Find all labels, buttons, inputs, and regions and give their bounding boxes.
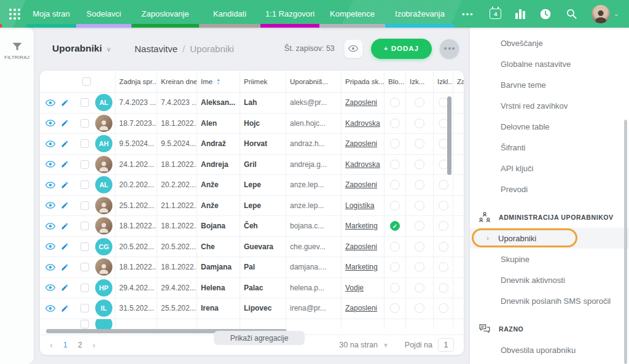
row-checkbox[interactable] (80, 119, 89, 128)
group-link[interactable]: Kadrovska (345, 119, 380, 128)
row-checkbox[interactable] (80, 242, 89, 251)
edit-row-icon[interactable] (61, 140, 69, 148)
row-checkbox[interactable] (80, 139, 89, 148)
more-actions-button[interactable] (440, 39, 459, 58)
view-row-icon[interactable] (45, 284, 55, 291)
edit-row-icon[interactable] (61, 99, 69, 107)
view-row-icon[interactable] (45, 141, 55, 147)
header-pripada[interactable]: Pripada sk... (341, 71, 384, 92)
breadcrumb-parent[interactable]: Nastavitve (135, 44, 178, 54)
nav-item-izobrazevanja[interactable]: Izobraževanja (385, 0, 455, 28)
row-checkbox[interactable] (80, 98, 89, 107)
sidebar-item[interactable]: Vrstni red zavihkov (470, 95, 629, 116)
row-checkbox[interactable] (80, 222, 89, 230)
header-uporabnisko[interactable]: Uporabniš... (286, 71, 341, 92)
user-menu[interactable]: ⌄ (592, 5, 619, 23)
edit-row-icon[interactable] (61, 284, 69, 292)
sidebar-item[interactable]: Globalne nastavitve (470, 53, 629, 74)
sidebar-item-uporabniki-active[interactable]: › Uporabniki (470, 228, 629, 249)
group-link[interactable]: Zaposleni (345, 180, 377, 189)
goto-page-input[interactable]: 1 (438, 338, 454, 352)
sidebar-item[interactable]: Dnevnik poslanih SMS sporočil (470, 290, 629, 311)
group-link[interactable]: Marketing (345, 263, 378, 271)
add-button[interactable]: + DODAJ (371, 39, 432, 59)
page-button-1[interactable]: 1 (63, 341, 68, 349)
header-zadnja[interactable]: Zadnja spr... (115, 71, 157, 92)
group-link[interactable]: Zaposleni (345, 139, 377, 148)
row-checkbox[interactable] (80, 320, 89, 328)
nav-more-button[interactable]: ••• (462, 9, 474, 19)
nav-item-zaposlovanje[interactable]: Zaposlovanje (131, 0, 199, 28)
nav-item-kandidati[interactable]: Kandidati (199, 0, 260, 28)
sidebar-scrollbar[interactable] (624, 120, 627, 364)
sidebar-item[interactable]: Obvestila uporabniku (470, 339, 629, 360)
visibility-button[interactable] (344, 39, 363, 58)
edit-row-icon[interactable] (61, 222, 69, 230)
group-link[interactable]: Zaposleni (345, 304, 377, 312)
table-row: 18.1.2022... 18.1.2022... Bojana Čeh boj… (40, 216, 464, 237)
nav-item-kompetence[interactable]: Kompetence (319, 0, 385, 28)
edit-row-icon[interactable] (61, 181, 69, 189)
row-checkbox[interactable] (80, 284, 89, 292)
view-row-icon[interactable] (45, 264, 55, 271)
sidebar-item[interactable]: Šifranti (470, 137, 629, 158)
edit-row-icon[interactable] (61, 242, 69, 250)
group-link[interactable]: Logistika (345, 201, 374, 210)
header-izkl[interactable]: Izkl... (433, 71, 453, 92)
row-checkbox[interactable] (80, 180, 89, 189)
row-checkbox[interactable] (80, 263, 89, 271)
view-row-icon[interactable] (45, 182, 55, 188)
clock-icon[interactable] (539, 8, 552, 20)
page-button-2[interactable]: 2 (78, 341, 82, 349)
row-checkbox[interactable] (80, 201, 89, 210)
row-checkbox[interactable] (80, 304, 89, 312)
edit-row-icon[interactable] (61, 160, 69, 168)
group-link[interactable]: Zaposleni (345, 242, 377, 251)
view-row-icon[interactable] (45, 120, 55, 126)
group-link[interactable]: Vodje (345, 284, 364, 292)
search-icon[interactable] (566, 8, 577, 20)
view-row-icon[interactable] (45, 202, 55, 209)
view-switcher[interactable]: Uporabniki ∨ (52, 43, 111, 54)
edit-row-icon[interactable] (61, 263, 69, 271)
header-kreiran[interactable]: Kreiran dne (157, 71, 197, 92)
edit-row-icon[interactable] (61, 304, 69, 312)
group-link[interactable]: Kadrovska (345, 160, 380, 169)
prev-page-button[interactable]: ‹ (50, 340, 53, 350)
view-row-icon[interactable] (45, 243, 55, 250)
show-aggregations-button[interactable]: Prikaži agregacije (214, 331, 305, 345)
next-page-button[interactable]: › (93, 340, 96, 350)
app-grid-icon[interactable] (8, 7, 21, 21)
view-row-icon[interactable] (45, 223, 55, 230)
view-row-icon[interactable] (45, 161, 55, 168)
header-za[interactable]: Za (453, 71, 464, 92)
per-page-select[interactable]: 30 na stran ▼ (339, 341, 388, 349)
nav-item-razgovori[interactable]: 1:1 Razgovori (260, 0, 319, 28)
row-checkbox[interactable] (80, 160, 89, 169)
header-blokiran[interactable]: Blo... (384, 71, 405, 92)
header-priimek[interactable]: Priimek (240, 71, 286, 92)
sidebar-item[interactable]: Dnevnik aktivnosti (470, 269, 629, 290)
sidebar-item[interactable]: Skupine (470, 249, 629, 269)
calendar-icon[interactable]: 4 (490, 9, 501, 19)
group-link[interactable]: Marketing (345, 222, 378, 230)
filter-button[interactable]: FILTRIRAJ (0, 42, 34, 60)
sidebar-item[interactable]: API ključi (470, 158, 629, 179)
analytics-icon[interactable] (515, 9, 525, 19)
view-row-icon[interactable] (45, 305, 55, 312)
sort-control[interactable]: ▲▼ (216, 78, 220, 85)
nav-item-moja-stran[interactable]: Moja stran (26, 0, 76, 28)
edit-row-icon[interactable] (61, 201, 69, 209)
nav-item-sodelavci[interactable]: Sodelavci (76, 0, 131, 28)
table-vertical-scrollbar[interactable] (447, 96, 451, 175)
view-row-icon[interactable] (45, 99, 55, 106)
group-link[interactable]: Zaposleni (345, 98, 377, 107)
sidebar-item[interactable]: Obveščanje (470, 33, 629, 53)
select-all-checkbox[interactable] (82, 77, 91, 86)
edit-row-icon[interactable] (61, 119, 69, 127)
sidebar-item[interactable]: Barvne teme (470, 74, 629, 95)
header-izk[interactable]: Izk... (405, 71, 433, 92)
header-ime[interactable]: Ime ▲▼ (197, 71, 240, 92)
sidebar-item[interactable]: Prevodi (470, 179, 629, 199)
sidebar-item[interactable]: Delovne table (470, 116, 629, 137)
